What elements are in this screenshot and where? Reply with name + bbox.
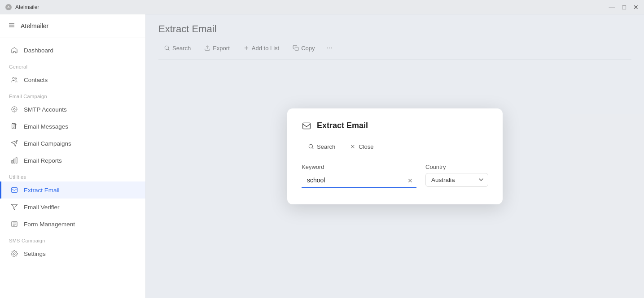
sidebar-item-dashboard-label: Dashboard (24, 47, 53, 54)
modal-search-label: Search (317, 143, 335, 150)
sidebar-item-smtp-accounts[interactable]: SMTP Accounts (0, 101, 145, 118)
mail-icon (10, 186, 18, 194)
app-layout: Atelmailer Dashboard General Contacts Em… (0, 14, 644, 298)
sidebar-item-form-management-label: Form Management (24, 221, 75, 228)
sidebar-item-dashboard[interactable]: Dashboard (0, 42, 145, 59)
sidebar-item-smtp-label: SMTP Accounts (24, 106, 67, 113)
keyword-input[interactable] (302, 173, 416, 188)
modal-actions: Search Close (302, 141, 488, 153)
svg-rect-20 (303, 123, 311, 129)
svg-point-21 (309, 144, 312, 148)
svg-point-6 (13, 108, 15, 110)
title-bar-left: A Atelmailer (5, 4, 39, 10)
svg-rect-8 (12, 160, 13, 163)
close-button[interactable]: ✕ (633, 4, 639, 10)
minimize-button[interactable]: — (609, 4, 615, 10)
svg-point-14 (13, 253, 15, 255)
filter-icon (10, 203, 18, 211)
sidebar-item-settings-label: Settings (24, 250, 46, 257)
modal-search-button[interactable]: Search (302, 141, 342, 153)
modal-header: Extract Email (302, 121, 488, 131)
modal-close-icon (350, 143, 356, 150)
sidebar-item-email-campaigns-label: Email Campaigns (24, 140, 71, 147)
hamburger-button[interactable] (7, 21, 16, 31)
svg-point-5 (12, 107, 17, 112)
modal-envelope-icon (302, 121, 311, 131)
main-content: Extract Email Search Export (146, 14, 644, 298)
modal-search-icon (308, 143, 314, 150)
title-bar: A Atelmailer — □ ✕ (0, 0, 644, 14)
section-label-email-campaign: Email Campaign (0, 88, 145, 101)
home-icon (10, 46, 18, 54)
modal-title: Extract Email (317, 121, 368, 130)
maximize-button[interactable]: □ (622, 4, 626, 10)
svg-rect-10 (16, 158, 17, 163)
keyword-field-group: Keyword ✕ (302, 164, 416, 188)
svg-rect-9 (14, 159, 15, 163)
bar-chart-icon (10, 156, 18, 164)
file-icon (10, 122, 18, 130)
sidebar-item-form-management[interactable]: Form Management (0, 216, 145, 233)
extract-email-modal: Extract Email Search Close (287, 108, 503, 204)
sidebar-item-contacts[interactable]: Contacts (0, 71, 145, 88)
sidebar-item-extract-email[interactable]: Extract Email (0, 181, 145, 199)
section-label-utilities: Utilities (0, 169, 145, 181)
section-label-sms-campaign: SMS Campaign (0, 233, 145, 245)
sidebar-item-email-reports[interactable]: Email Reports (0, 152, 145, 169)
smtp-icon (10, 105, 18, 113)
title-bar-app-name: Atelmailer (15, 4, 39, 10)
country-select[interactable]: Australia United States United Kingdom C… (425, 173, 488, 187)
send-icon (10, 139, 18, 147)
section-label-general: General (0, 59, 145, 71)
sidebar-item-email-messages[interactable]: Email Messages (0, 118, 145, 135)
svg-point-4 (15, 78, 17, 79)
sidebar-header: Atelmailer (0, 14, 145, 38)
modal-fields: Keyword ✕ Country Australia United State… (302, 164, 488, 188)
sidebar-nav: Dashboard General Contacts Email Campaig… (0, 38, 145, 266)
sidebar-item-extract-email-label: Extract Email (24, 187, 60, 194)
users-icon (10, 76, 18, 84)
sidebar-item-contacts-label: Contacts (24, 77, 48, 83)
settings-icon (10, 250, 18, 258)
form-icon (10, 220, 18, 228)
sidebar-item-email-reports-label: Email Reports (24, 157, 62, 164)
modal-close-label: Close (359, 143, 373, 150)
svg-rect-11 (11, 188, 17, 193)
window-controls: — □ ✕ (609, 4, 639, 10)
modal-close-button[interactable]: Close (343, 141, 380, 153)
sidebar-app-name: Atelmailer (21, 22, 48, 30)
svg-marker-12 (11, 204, 17, 210)
modal-overlay: Extract Email Search Close (146, 14, 644, 298)
keyword-label: Keyword (302, 164, 416, 170)
svg-point-3 (13, 78, 14, 79)
app-logo-icon: A (5, 4, 12, 10)
sidebar-item-email-campaigns[interactable]: Email Campaigns (0, 135, 145, 152)
sidebar-item-email-verifier-label: Email Verifier (24, 204, 60, 211)
sidebar-item-email-verifier[interactable]: Email Verifier (0, 199, 145, 216)
country-label: Country (425, 164, 488, 170)
keyword-input-wrap: ✕ (302, 173, 416, 188)
sidebar-item-email-messages-label: Email Messages (24, 123, 68, 130)
sidebar: Atelmailer Dashboard General Contacts Em… (0, 14, 146, 298)
country-field-group: Country Australia United States United K… (425, 164, 488, 187)
sidebar-item-settings[interactable]: Settings (0, 245, 145, 262)
keyword-clear-button[interactable]: ✕ (407, 176, 414, 185)
